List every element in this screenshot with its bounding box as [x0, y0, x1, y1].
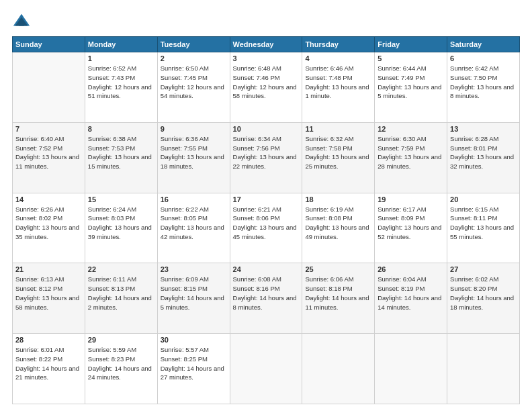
calendar-cell [375, 334, 447, 404]
calendar-week-2: 7Sunrise: 6:40 AMSunset: 7:52 PMDaylight… [13, 122, 520, 193]
day-number: 22 [88, 265, 154, 273]
calendar-cell: 25Sunrise: 6:06 AMSunset: 8:18 PMDayligh… [302, 263, 375, 334]
day-info: Sunrise: 6:46 AMSunset: 7:48 PMDaylight:… [305, 64, 371, 101]
calendar-cell: 24Sunrise: 6:08 AMSunset: 8:16 PMDayligh… [230, 263, 302, 334]
day-number: 14 [15, 195, 82, 203]
page-header [12, 12, 520, 31]
calendar-cell: 15Sunrise: 6:24 AMSunset: 8:03 PMDayligh… [85, 193, 157, 263]
day-info: Sunrise: 6:11 AMSunset: 8:13 PMDaylight:… [88, 275, 154, 312]
day-info: Sunrise: 6:08 AMSunset: 8:16 PMDaylight:… [233, 275, 300, 312]
day-info: Sunrise: 6:44 AMSunset: 7:49 PMDaylight:… [378, 64, 444, 101]
logo [12, 12, 34, 31]
calendar-cell: 23Sunrise: 6:09 AMSunset: 8:15 PMDayligh… [157, 263, 230, 334]
day-info: Sunrise: 5:57 AMSunset: 8:25 PMDaylight:… [161, 345, 227, 382]
calendar-cell: 14Sunrise: 6:26 AMSunset: 8:02 PMDayligh… [13, 193, 85, 263]
day-number: 23 [161, 265, 227, 273]
day-number: 10 [233, 125, 300, 133]
calendar-cell: 28Sunrise: 6:01 AMSunset: 8:22 PMDayligh… [13, 334, 85, 404]
calendar-cell [230, 334, 302, 404]
calendar-cell: 5Sunrise: 6:44 AMSunset: 7:49 PMDaylight… [375, 52, 447, 123]
calendar-cell [13, 52, 85, 123]
calendar-cell [447, 334, 520, 404]
logo-icon [12, 12, 31, 31]
calendar-cell: 12Sunrise: 6:30 AMSunset: 7:59 PMDayligh… [375, 122, 447, 193]
day-info: Sunrise: 6:38 AMSunset: 7:53 PMDaylight:… [88, 134, 154, 171]
calendar-cell: 4Sunrise: 6:46 AMSunset: 7:48 PMDaylight… [302, 52, 375, 123]
calendar-week-4: 21Sunrise: 6:13 AMSunset: 8:12 PMDayligh… [13, 263, 520, 334]
header-thursday: Thursday [302, 37, 375, 52]
calendar-cell: 9Sunrise: 6:36 AMSunset: 7:55 PMDaylight… [157, 122, 230, 193]
calendar-cell: 18Sunrise: 6:19 AMSunset: 8:08 PMDayligh… [302, 193, 375, 263]
calendar-cell: 29Sunrise: 5:59 AMSunset: 8:23 PMDayligh… [85, 334, 157, 404]
calendar-cell: 17Sunrise: 6:21 AMSunset: 8:06 PMDayligh… [230, 193, 302, 263]
day-number: 1 [88, 54, 154, 62]
day-info: Sunrise: 6:36 AMSunset: 7:55 PMDaylight:… [161, 134, 227, 171]
day-info: Sunrise: 6:19 AMSunset: 8:08 PMDaylight:… [305, 205, 371, 242]
day-number: 21 [15, 265, 82, 273]
calendar-cell: 10Sunrise: 6:34 AMSunset: 7:56 PMDayligh… [230, 122, 302, 193]
day-info: Sunrise: 6:32 AMSunset: 7:58 PMDaylight:… [305, 134, 371, 171]
calendar-week-5: 28Sunrise: 6:01 AMSunset: 8:22 PMDayligh… [13, 334, 520, 404]
day-number: 19 [378, 195, 444, 203]
calendar-cell: 11Sunrise: 6:32 AMSunset: 7:58 PMDayligh… [302, 122, 375, 193]
day-info: Sunrise: 6:24 AMSunset: 8:03 PMDaylight:… [88, 205, 154, 242]
day-info: Sunrise: 6:40 AMSunset: 7:52 PMDaylight:… [15, 134, 82, 171]
day-info: Sunrise: 6:17 AMSunset: 8:09 PMDaylight:… [378, 205, 444, 242]
day-number: 2 [161, 54, 227, 62]
day-number: 8 [88, 125, 154, 133]
calendar-cell: 30Sunrise: 5:57 AMSunset: 8:25 PMDayligh… [157, 334, 230, 404]
day-number: 11 [305, 125, 371, 133]
day-number: 15 [88, 195, 154, 203]
calendar-table: SundayMondayTuesdayWednesdayThursdayFrid… [12, 36, 520, 404]
calendar-cell: 13Sunrise: 6:28 AMSunset: 8:01 PMDayligh… [447, 122, 520, 193]
day-number: 25 [305, 265, 371, 273]
day-number: 17 [233, 195, 300, 203]
header-tuesday: Tuesday [157, 37, 230, 52]
day-number: 20 [450, 195, 517, 203]
day-info: Sunrise: 6:50 AMSunset: 7:45 PMDaylight:… [161, 64, 227, 101]
day-number: 30 [161, 336, 227, 344]
svg-rect-2 [19, 22, 24, 26]
header-wednesday: Wednesday [230, 37, 302, 52]
day-info: Sunrise: 6:21 AMSunset: 8:06 PMDaylight:… [233, 205, 300, 242]
calendar-cell: 6Sunrise: 6:42 AMSunset: 7:50 PMDaylight… [447, 52, 520, 123]
day-number: 7 [15, 125, 82, 133]
calendar-cell: 3Sunrise: 6:48 AMSunset: 7:46 PMDaylight… [230, 52, 302, 123]
day-number: 28 [15, 336, 82, 344]
day-info: Sunrise: 6:26 AMSunset: 8:02 PMDaylight:… [15, 205, 82, 242]
day-info: Sunrise: 6:42 AMSunset: 7:50 PMDaylight:… [450, 64, 517, 101]
day-number: 12 [378, 125, 444, 133]
day-info: Sunrise: 5:59 AMSunset: 8:23 PMDaylight:… [88, 345, 154, 382]
day-info: Sunrise: 6:06 AMSunset: 8:18 PMDaylight:… [305, 275, 371, 312]
day-info: Sunrise: 6:01 AMSunset: 8:22 PMDaylight:… [15, 345, 82, 382]
day-number: 16 [161, 195, 227, 203]
day-info: Sunrise: 6:52 AMSunset: 7:43 PMDaylight:… [88, 64, 154, 101]
calendar-cell [302, 334, 375, 404]
header-friday: Friday [375, 37, 447, 52]
header-sunday: Sunday [13, 37, 85, 52]
day-number: 26 [378, 265, 444, 273]
day-info: Sunrise: 6:22 AMSunset: 8:05 PMDaylight:… [161, 205, 227, 242]
day-info: Sunrise: 6:48 AMSunset: 7:46 PMDaylight:… [233, 64, 300, 101]
calendar-cell: 20Sunrise: 6:15 AMSunset: 8:11 PMDayligh… [447, 193, 520, 263]
calendar-cell: 21Sunrise: 6:13 AMSunset: 8:12 PMDayligh… [13, 263, 85, 334]
calendar-header-row: SundayMondayTuesdayWednesdayThursdayFrid… [13, 37, 520, 52]
calendar-week-3: 14Sunrise: 6:26 AMSunset: 8:02 PMDayligh… [13, 193, 520, 263]
day-number: 13 [450, 125, 517, 133]
calendar-cell: 2Sunrise: 6:50 AMSunset: 7:45 PMDaylight… [157, 52, 230, 123]
day-info: Sunrise: 6:04 AMSunset: 8:19 PMDaylight:… [378, 275, 444, 312]
calendar-week-1: 1Sunrise: 6:52 AMSunset: 7:43 PMDaylight… [13, 52, 520, 123]
day-info: Sunrise: 6:13 AMSunset: 8:12 PMDaylight:… [15, 275, 82, 312]
calendar-cell: 7Sunrise: 6:40 AMSunset: 7:52 PMDaylight… [13, 122, 85, 193]
day-info: Sunrise: 6:28 AMSunset: 8:01 PMDaylight:… [450, 134, 517, 171]
calendar-cell: 16Sunrise: 6:22 AMSunset: 8:05 PMDayligh… [157, 193, 230, 263]
calendar-cell: 1Sunrise: 6:52 AMSunset: 7:43 PMDaylight… [85, 52, 157, 123]
day-info: Sunrise: 6:09 AMSunset: 8:15 PMDaylight:… [161, 275, 227, 312]
day-info: Sunrise: 6:30 AMSunset: 7:59 PMDaylight:… [378, 134, 444, 171]
day-info: Sunrise: 6:34 AMSunset: 7:56 PMDaylight:… [233, 134, 300, 171]
calendar-cell: 8Sunrise: 6:38 AMSunset: 7:53 PMDaylight… [85, 122, 157, 193]
calendar-cell: 19Sunrise: 6:17 AMSunset: 8:09 PMDayligh… [375, 193, 447, 263]
calendar-cell: 26Sunrise: 6:04 AMSunset: 8:19 PMDayligh… [375, 263, 447, 334]
day-number: 27 [450, 265, 517, 273]
header-monday: Monday [85, 37, 157, 52]
